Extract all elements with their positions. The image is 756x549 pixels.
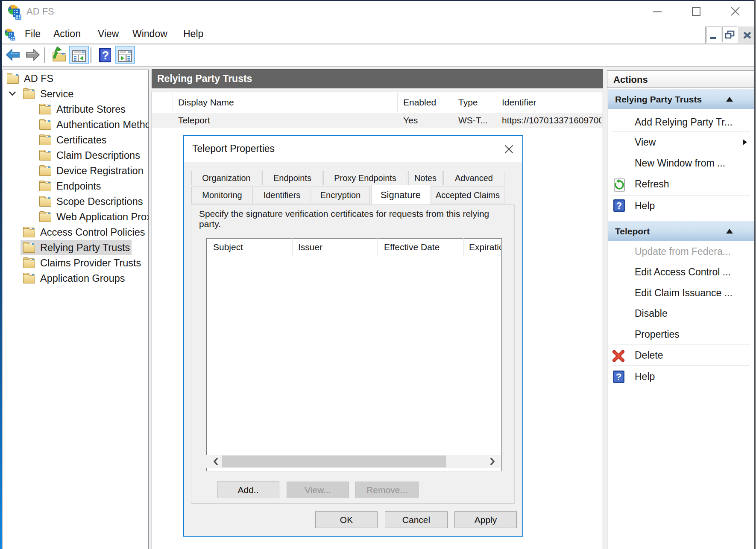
svg-text:?: ? bbox=[102, 49, 109, 62]
svg-text:?: ? bbox=[616, 371, 621, 382]
svg-text:?: ? bbox=[616, 200, 622, 211]
